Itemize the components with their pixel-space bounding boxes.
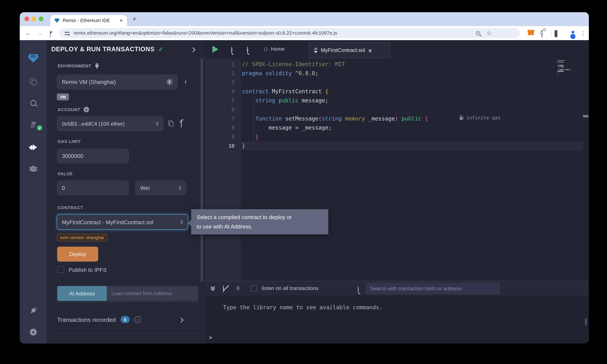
environment-select[interactable]: Remix VM (Shanghai) — [57, 75, 178, 90]
environment-spinner-icon — [166, 79, 172, 85]
panel-divider-bottom — [51, 333, 201, 334]
sidebar-item-settings[interactable] — [20, 329, 47, 335]
browser-tabstrip: Remix - Ethereum IDE — [20, 12, 589, 26]
transactions-info-icon[interactable] — [134, 316, 141, 323]
sidebar-item-deploy-run[interactable] — [20, 144, 47, 151]
remix-logo-icon[interactable] — [20, 53, 47, 63]
tab-myfirstcontract[interactable]: MyFirstContract.sol — [309, 42, 390, 58]
publish-ipfs-label: Publish to IPFS — [69, 267, 107, 273]
toolbar-separator — [551, 29, 551, 37]
browser-window: Remix - Ethereum IDE ← → remix.ethereum.… — [20, 12, 589, 344]
extensions-puzzle-icon[interactable] — [541, 30, 542, 38]
terminal-body[interactable]: Type the library name to see available c… — [205, 295, 589, 344]
window-close-button[interactable] — [24, 16, 29, 21]
sidebar-item-debugger[interactable] — [20, 166, 47, 172]
sidebar-item-search[interactable] — [20, 100, 47, 106]
panel-collapse-chevron-icon[interactable] — [190, 47, 196, 52]
sidebar-item-plugin-manager[interactable] — [20, 306, 47, 314]
settings-gear-icon — [30, 329, 37, 335]
solidity-file-icon — [314, 47, 318, 53]
at-address-input[interactable] — [107, 286, 198, 301]
url-text[interactable]: remix.ethereum.org/#lang=en&optimize=fal… — [74, 30, 476, 36]
compile-success-badge — [37, 125, 42, 130]
zoom-page-icon[interactable]: + — [476, 31, 480, 35]
account-value: 0x5B3...eddC4 (100 ether) — [62, 121, 156, 127]
value-input[interactable]: 0 — [57, 180, 129, 195]
listen-transactions-checkbox[interactable] — [251, 285, 257, 291]
value-amount: 0 — [62, 185, 65, 191]
terminal-search-input[interactable] — [366, 283, 500, 294]
zoom-in-icon[interactable]: + — [247, 47, 248, 54]
contract-select[interactable]: MyFirstContract - MyFirstContract.sol — [57, 214, 188, 230]
tab-close-icon[interactable] — [368, 47, 372, 54]
tab-home[interactable]: Home — [264, 45, 285, 52]
panel-check-icon — [158, 46, 163, 53]
transactions-recorded-row: Transactions recorded 0 — [57, 316, 141, 323]
account-select[interactable]: 0x5B3...eddC4 (100 ether) — [57, 116, 164, 131]
metamask-extension-icon[interactable] — [527, 29, 534, 36]
clear-console-icon[interactable] — [223, 285, 224, 293]
tab-close-icon[interactable] — [119, 17, 123, 24]
line-number: 5 — [205, 96, 235, 105]
screenshot-stage: Remix - Ethereum IDE ← → remix.ethereum.… — [0, 0, 607, 364]
gas-limit-label: GAS LIMIT — [58, 139, 81, 144]
side-panel-icon[interactable] — [556, 30, 557, 38]
editor-tab-label: MyFirstContract.sol — [321, 47, 365, 53]
terminal-scrollbar[interactable] — [585, 318, 587, 325]
code-line: pragma solidity ^0.8.0; — [242, 69, 428, 78]
at-address-button[interactable]: At Address — [57, 286, 107, 301]
plugin-plug-icon — [28, 305, 39, 316]
gas-limit-input[interactable]: 3000000 — [57, 149, 129, 164]
line-number: 4 — [205, 87, 235, 96]
minimap[interactable] — [557, 60, 582, 83]
deploy-run-panel: DEPLOY & RUN TRANSACTIONS ENVIRONMENT Re… — [47, 40, 206, 344]
code-line: } — [242, 132, 428, 142]
new-tab-button[interactable] — [132, 16, 136, 23]
gas-limit-value: 3000000 — [62, 153, 83, 159]
window-zoom-button[interactable] — [39, 16, 43, 21]
forward-arrow-icon[interactable]: → — [37, 30, 43, 36]
address-bar[interactable]: remix.ethereum.org/#lang=en&optimize=fal… — [59, 28, 520, 38]
add-account-icon[interactable] — [83, 107, 89, 112]
expand-terminal-icon[interactable] — [211, 286, 214, 290]
unit-spinner-icon — [179, 186, 181, 190]
edit-account-icon[interactable] — [181, 120, 182, 128]
environment-info-icon[interactable] — [185, 78, 186, 85]
panel-divider — [51, 302, 201, 302]
vm-badge: VM — [57, 93, 69, 100]
remix-favicon-icon — [54, 18, 60, 23]
code-line: // SPDX-License-Identifier: MIT — [242, 60, 428, 69]
contract-tooltip: Select a compiled contract to deploy or … — [191, 209, 329, 234]
deploy-button[interactable]: Deploy — [57, 247, 98, 262]
code-line: function setMessage(string memory _messa… — [242, 114, 428, 123]
browser-menu-icon[interactable] — [580, 30, 586, 37]
site-settings-icon[interactable] — [65, 31, 70, 35]
code-line: } — [242, 142, 428, 151]
gas-pump-icon — [460, 115, 464, 120]
value-unit-select[interactable]: Wei — [135, 180, 186, 195]
code-line: string public message; — [242, 96, 428, 105]
contract-spinner-icon — [180, 220, 183, 224]
zoom-out-icon[interactable]: − — [231, 47, 232, 54]
line-number: 1 — [205, 60, 235, 69]
transactions-expand-chevron-icon[interactable] — [179, 317, 184, 323]
code-line: message = _message; — [242, 123, 428, 132]
contract-label: CONTRACT — [58, 205, 83, 210]
bookmark-star-icon[interactable] — [487, 29, 492, 37]
panel-scrollbar[interactable] — [200, 58, 203, 282]
environment-plug-icon — [94, 63, 99, 68]
publish-ipfs-checkbox[interactable] — [58, 266, 64, 273]
overview-ruler-marker — [583, 115, 588, 117]
run-script-play-icon[interactable] — [212, 46, 218, 53]
window-minimize-button[interactable] — [31, 16, 36, 21]
remix-icon-sidebar — [20, 40, 47, 344]
value-label: VALUE — [58, 171, 73, 176]
contract-value: MyFirstContract - MyFirstContract.sol — [62, 219, 180, 225]
reload-icon[interactable] — [50, 30, 51, 38]
transactions-count-badge: 0 — [120, 316, 130, 323]
sidebar-item-file-explorer[interactable] — [20, 78, 47, 85]
back-arrow-icon[interactable]: ← — [25, 30, 31, 36]
sidebar-item-solidity-compiler[interactable] — [20, 122, 47, 128]
listen-transactions-label: listen on all transactions — [262, 285, 318, 291]
browser-tab[interactable]: Remix - Ethereum IDE — [51, 15, 127, 26]
